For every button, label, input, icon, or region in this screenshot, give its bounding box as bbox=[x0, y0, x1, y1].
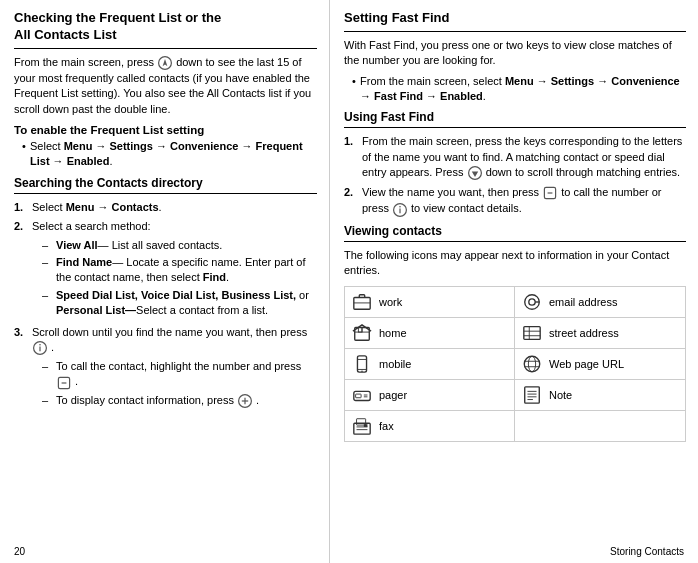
street-label: street address bbox=[549, 327, 619, 339]
footer-right: Storing Contacts bbox=[610, 546, 684, 557]
viewing-divider bbox=[344, 241, 686, 242]
email-label: email address bbox=[549, 296, 617, 308]
svg-rect-51 bbox=[364, 424, 368, 427]
ff-step1: 1. From the main screen, press the keys … bbox=[344, 134, 686, 181]
sub-call: To call the contact, highlight the numbe… bbox=[42, 359, 317, 390]
fast-find-bullets: From the main screen, select Menu → Sett… bbox=[344, 74, 686, 105]
page-wrapper: Checking the Frequent List or the All Co… bbox=[0, 0, 698, 563]
grid-cell-empty bbox=[515, 411, 685, 441]
fast-find-steps: 1. From the main screen, press the keys … bbox=[344, 134, 686, 217]
call-icon-inline bbox=[56, 375, 72, 391]
steps-list: 1. Select Menu → Contacts. 2. Select a s… bbox=[14, 200, 317, 411]
step3: 3. Scroll down until you find the name y… bbox=[14, 325, 317, 411]
weburl-icon bbox=[521, 353, 543, 375]
note-label: Note bbox=[549, 389, 572, 401]
fax-icon bbox=[351, 415, 373, 437]
svg-point-20 bbox=[529, 299, 535, 305]
svg-rect-38 bbox=[354, 392, 370, 401]
details-icon-inline bbox=[32, 340, 48, 356]
pager-icon bbox=[351, 384, 373, 406]
fax-label: fax bbox=[379, 420, 394, 432]
details-icon2-inline bbox=[392, 202, 408, 218]
section1-title: Checking the Frequent List or the All Co… bbox=[14, 10, 317, 44]
grid-cell-email: email address bbox=[515, 287, 685, 318]
mobile-icon bbox=[351, 353, 373, 375]
sub-item-findname: Find Name— Locate a specific name. Enter… bbox=[42, 255, 317, 286]
work-label: work bbox=[379, 296, 402, 308]
svg-point-33 bbox=[361, 371, 362, 372]
using-fast-find-title: Using Fast Find bbox=[344, 110, 686, 124]
email-icon bbox=[521, 291, 543, 313]
home-icon bbox=[351, 322, 373, 344]
enable-list-item: Select Menu → Settings → Convenience → F… bbox=[22, 139, 317, 170]
svg-rect-39 bbox=[356, 394, 361, 398]
home-label: home bbox=[379, 327, 407, 339]
grid-cell-weburl: Web page URL bbox=[515, 349, 685, 380]
svg-point-4 bbox=[39, 344, 41, 346]
pager-label: pager bbox=[379, 389, 407, 401]
svg-point-34 bbox=[524, 357, 539, 372]
icons-grid: work email address bbox=[344, 286, 686, 442]
step1: 1. Select Menu → Contacts. bbox=[14, 200, 317, 215]
step2: 2. Select a search method: View All— Lis… bbox=[14, 219, 317, 320]
page-content: Checking the Frequent List or the All Co… bbox=[0, 0, 698, 563]
grid-cell-home: home bbox=[345, 318, 515, 349]
nav-icon2-inline bbox=[237, 393, 253, 409]
fast-find-title: Setting Fast Find bbox=[344, 10, 686, 27]
note-icon bbox=[521, 384, 543, 406]
grid-cell-pager: pager bbox=[345, 380, 515, 411]
work-icon bbox=[351, 291, 373, 313]
section2-title: Searching the Contacts directory bbox=[14, 176, 317, 190]
viewing-contacts-body: The following icons may appear next to i… bbox=[344, 248, 686, 279]
sub-list: View All— List all saved contacts. Find … bbox=[32, 238, 317, 319]
right-column: Setting Fast Find With Fast Find, you pr… bbox=[330, 0, 698, 563]
svg-rect-17 bbox=[354, 298, 370, 310]
svg-rect-42 bbox=[525, 387, 540, 403]
svg-marker-1 bbox=[163, 59, 168, 66]
left-column: Checking the Frequent List or the All Co… bbox=[0, 0, 330, 563]
grid-cell-mobile: mobile bbox=[345, 349, 515, 380]
sub-item-viewall: View All— List all saved contacts. bbox=[42, 238, 317, 253]
mobile-label: mobile bbox=[379, 358, 411, 370]
grid-cell-fax: fax bbox=[345, 411, 515, 441]
call-icon2-inline bbox=[542, 185, 558, 201]
enable-list: Select Menu → Settings → Convenience → F… bbox=[14, 139, 317, 170]
grid-cell-work: work bbox=[345, 287, 515, 318]
grid-cell-street: street address bbox=[515, 318, 685, 349]
section2-divider bbox=[14, 193, 317, 194]
nav-icon bbox=[157, 55, 173, 71]
sub-display: To display contact information, press bbox=[42, 393, 317, 409]
svg-marker-11 bbox=[471, 172, 477, 178]
svg-rect-48 bbox=[357, 419, 366, 425]
weburl-label: Web page URL bbox=[549, 358, 624, 370]
svg-point-16 bbox=[399, 206, 401, 208]
step3-sublist: To call the contact, highlight the numbe… bbox=[32, 359, 317, 409]
page-number: 20 bbox=[14, 546, 25, 557]
svg-rect-26 bbox=[524, 327, 540, 340]
enable-heading: To enable the Frequent List setting bbox=[14, 124, 317, 136]
using-ff-divider bbox=[344, 127, 686, 128]
grid-cell-note: Note bbox=[515, 380, 685, 411]
fast-find-divider bbox=[344, 31, 686, 32]
sub-item-speeddial: Speed Dial List, Voice Dial List, Busine… bbox=[42, 288, 317, 319]
svg-point-35 bbox=[528, 357, 535, 372]
fast-find-body: With Fast Find, you press one or two key… bbox=[344, 38, 686, 69]
nav-down-icon bbox=[467, 165, 483, 181]
ff-step2: 2. View the name you want, then press to… bbox=[344, 185, 686, 217]
viewing-contacts-title: Viewing contacts bbox=[344, 224, 686, 238]
street-icon bbox=[521, 322, 543, 344]
fast-find-bullet: From the main screen, select Menu → Sett… bbox=[352, 74, 686, 105]
section1-divider bbox=[14, 48, 317, 49]
section1-body: From the main screen, press down to see … bbox=[14, 55, 317, 117]
